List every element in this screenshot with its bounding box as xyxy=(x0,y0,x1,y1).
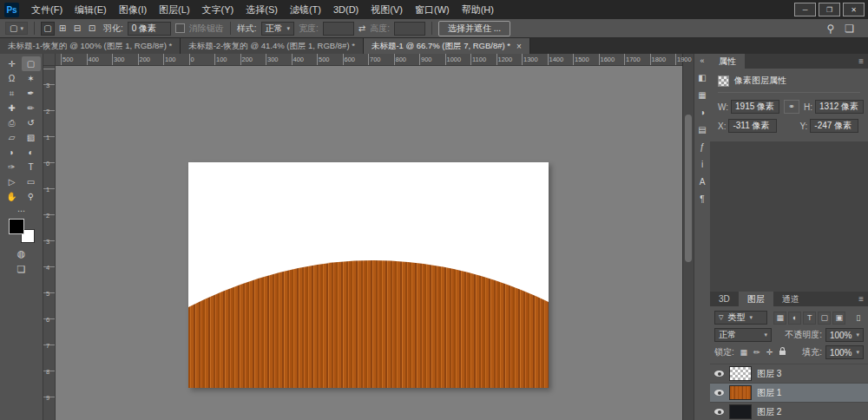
layer-row[interactable]: 图层 3 xyxy=(710,364,868,384)
character-panel-icon[interactable]: A xyxy=(700,178,706,187)
menu-item-1[interactable]: 编辑(E) xyxy=(69,0,113,19)
menu-item-8[interactable]: 视图(V) xyxy=(365,0,409,19)
lock-transparent-pixels-icon[interactable]: ▦ xyxy=(738,346,750,358)
adjustments-panel-icon[interactable]: ◑ xyxy=(700,108,705,117)
tools-grid: ✛▢Ω✶⌗✒✚✏⎙↺▱▧◗◐✑T▷▭✋⚲ xyxy=(3,56,41,204)
tab-图层[interactable]: 图层 xyxy=(739,292,773,306)
intersect-selection-icon[interactable]: ⊡ xyxy=(85,22,99,36)
color-panel-icon[interactable]: ◧ xyxy=(698,74,706,82)
swap-dimensions-icon[interactable]: ⇄ xyxy=(358,23,365,33)
width-value-field[interactable]: 1915 像素 xyxy=(731,100,779,114)
restore-button[interactable]: ❐ xyxy=(819,3,840,16)
screen-mode-icon[interactable]: ❏ xyxy=(17,265,26,274)
info-panel-icon[interactable]: i xyxy=(701,161,703,169)
menu-item-0[interactable]: 文件(F) xyxy=(25,0,69,19)
gradient-tool[interactable]: ▧ xyxy=(22,130,41,145)
tab-通道[interactable]: 通道 xyxy=(773,292,808,306)
menu-item-5[interactable]: 选择(S) xyxy=(240,0,284,19)
feather-input[interactable]: 0 像素 xyxy=(128,22,171,36)
menu-item-4[interactable]: 文字(Y) xyxy=(196,0,240,19)
new-selection-icon[interactable]: ▢ xyxy=(41,22,55,36)
menu-item-7[interactable]: 3D(D) xyxy=(327,0,365,19)
height-input[interactable] xyxy=(394,22,425,36)
select-and-mask-button[interactable]: 选择并遮住 ... xyxy=(438,21,510,36)
healing-brush-tool[interactable]: ✚ xyxy=(3,101,22,115)
visibility-eye-icon[interactable] xyxy=(714,409,724,415)
tool-preset-picker[interactable]: ▢ ▾ xyxy=(5,22,28,35)
fill-select[interactable]: 100% ▾ xyxy=(825,345,864,359)
lasso-tool[interactable]: Ω xyxy=(3,71,22,86)
subtract-from-selection-icon[interactable]: ⊟ xyxy=(70,22,84,36)
filter-toggle-icon[interactable]: ▯ xyxy=(852,312,864,324)
eraser-tool[interactable]: ▱ xyxy=(3,130,22,145)
x-value-field[interactable]: -311 像素 xyxy=(728,119,777,133)
document-tab-1[interactable]: 未标题-2-恢复的 @ 41.4% (图层 1, RGB/8#) * xyxy=(181,38,364,54)
edit-toolbar-icon[interactable]: ⋯ xyxy=(17,207,25,215)
visibility-eye-icon[interactable] xyxy=(714,390,724,396)
hand-tool[interactable]: ✋ xyxy=(3,189,22,204)
antialias-checkbox[interactable] xyxy=(175,23,185,33)
menu-item-6[interactable]: 滤镜(T) xyxy=(284,0,327,19)
scrollbar-thumb[interactable] xyxy=(685,115,692,262)
lock-image-pixels-icon[interactable]: ✏ xyxy=(751,346,763,358)
paragraph-panel-icon[interactable]: ¶ xyxy=(700,195,704,204)
rectangular-marquee-tool[interactable]: ▢ xyxy=(22,56,41,71)
add-to-selection-icon[interactable]: ⊞ xyxy=(56,22,69,36)
filter-shape-layers-icon[interactable]: ▢ xyxy=(818,312,831,325)
filter-adjustment-layers-icon[interactable]: ◐ xyxy=(788,312,801,325)
swatches-panel-icon[interactable]: ▦ xyxy=(698,91,706,100)
eyedropper-tool[interactable]: ✒ xyxy=(22,86,41,101)
document-tab-2[interactable]: 未标题-1 @ 66.7% (图层 7, RGB/8#) *× xyxy=(364,38,530,54)
document-tab-0[interactable]: 未标题-1-恢复的 @ 100% (图层 1, RGB/8#) * xyxy=(0,38,181,54)
blend-mode-select[interactable]: 正常 ▾ xyxy=(714,328,772,342)
menu-item-2[interactable]: 图像(I) xyxy=(113,0,153,19)
menu-item-10[interactable]: 帮助(H) xyxy=(456,0,500,19)
lock-position-icon[interactable]: ✛ xyxy=(764,346,776,358)
menu-item-9[interactable]: 窗口(W) xyxy=(409,0,456,19)
shape-tool[interactable]: ▭ xyxy=(22,174,41,189)
clone-stamp-tool[interactable]: ⎙ xyxy=(3,115,22,130)
style-select[interactable]: 正常 ▾ xyxy=(261,22,295,36)
blur-tool[interactable]: ◗ xyxy=(3,145,22,160)
minimize-button[interactable]: ─ xyxy=(794,3,816,16)
tab-close-icon[interactable]: × xyxy=(516,42,522,51)
styles-panel-icon[interactable]: ƒ xyxy=(700,143,705,152)
magic-wand-tool[interactable]: ✶ xyxy=(22,71,41,86)
pen-tool[interactable]: ✑ xyxy=(3,160,22,174)
y-value-field[interactable]: -247 像素 xyxy=(810,119,858,133)
layer-row[interactable]: 图层 1 xyxy=(710,384,868,403)
zoom-tool[interactable]: ⚲ xyxy=(22,189,41,204)
document-canvas[interactable] xyxy=(188,162,549,388)
filter-type-layers-icon[interactable]: T xyxy=(803,312,816,325)
layer-row[interactable]: 图层 2 xyxy=(710,403,868,420)
filter-smart-objects-icon[interactable]: ▣ xyxy=(832,312,845,325)
filter-pixel-layers-icon[interactable]: ▦ xyxy=(773,312,786,325)
filter-type-select[interactable]: ▽ 类型 ▾ xyxy=(714,311,767,325)
menu-item-3[interactable]: 图层(L) xyxy=(153,0,195,19)
canvas-vertical-scrollbar[interactable] xyxy=(682,54,694,420)
panel-menu-icon[interactable]: ≡ xyxy=(858,294,864,304)
workspace-icon[interactable]: ❏ xyxy=(845,23,854,35)
tab-properties[interactable]: 属性 xyxy=(710,54,745,69)
brush-tool[interactable]: ✏ xyxy=(22,101,41,115)
search-icon[interactable]: ⚲ xyxy=(826,23,834,35)
dodge-tool[interactable]: ◐ xyxy=(22,145,41,160)
path-selection-tool[interactable]: ▷ xyxy=(3,174,22,189)
foreground-color-swatch[interactable] xyxy=(9,219,24,234)
tab-3D[interactable]: 3D xyxy=(710,292,739,306)
width-input[interactable] xyxy=(323,22,354,36)
move-tool[interactable]: ✛ xyxy=(3,56,22,71)
height-value-field[interactable]: 1312 像素 xyxy=(815,100,864,114)
crop-tool[interactable]: ⌗ xyxy=(3,86,22,101)
panel-menu-icon[interactable]: ≡ xyxy=(858,56,864,66)
expand-panels-icon[interactable]: « xyxy=(700,56,704,65)
history-brush-tool[interactable]: ↺ xyxy=(22,115,41,130)
type-tool[interactable]: T xyxy=(22,160,41,174)
quick-mask-icon[interactable]: ◍ xyxy=(17,249,26,259)
link-dimensions-icon[interactable]: ⚭ xyxy=(784,100,799,114)
libraries-panel-icon[interactable]: ▤ xyxy=(698,126,706,135)
visibility-eye-icon[interactable] xyxy=(714,371,724,377)
lock-all-icon[interactable] xyxy=(777,346,789,358)
opacity-select[interactable]: 100% ▾ xyxy=(825,328,864,342)
close-button[interactable]: ✕ xyxy=(843,3,865,16)
